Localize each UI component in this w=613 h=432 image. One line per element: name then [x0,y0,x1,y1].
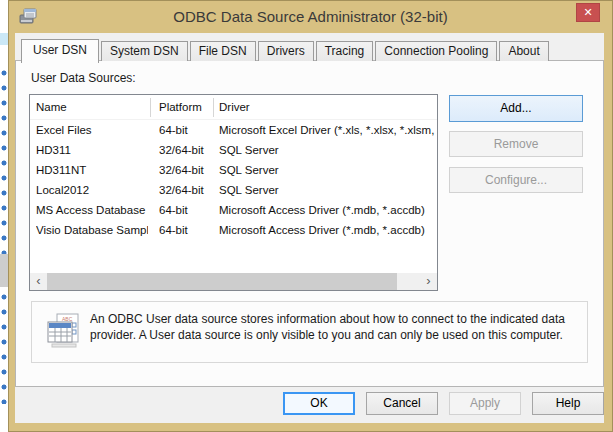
column-header-driver[interactable]: Driver [219,95,435,120]
table-row[interactable]: Visio Database Samples 64-bit Microsoft … [30,220,437,240]
window-title: ODBC Data Source Administrator (32-bit) [49,1,572,33]
cell-platform: 32/64-bit [159,180,215,200]
data-source-icon: ABC [46,313,82,351]
cell-driver: SQL Server [219,180,435,200]
tab-drivers[interactable]: Drivers [258,41,314,61]
cell-platform: 32/64-bit [159,160,215,180]
close-icon: ✕ [583,6,592,18]
apply-button[interactable]: Apply [449,392,521,415]
table-row[interactable]: Excel Files 64-bit Microsoft Excel Drive… [30,120,437,140]
cell-driver: Microsoft Access Driver (*.mdb, *.accdb) [219,200,435,220]
table-row[interactable]: Local2012 32/64-bit SQL Server [30,180,437,200]
tab-system-dsn[interactable]: System DSN [101,41,188,61]
odbc-app-icon [19,8,37,24]
tab-file-dsn[interactable]: File DSN [190,41,256,61]
cell-platform: 64-bit [159,200,215,220]
info-text: An ODBC User data source stores informat… [90,311,582,343]
scroll-left-icon[interactable]: ‹ [30,273,47,290]
cell-name: Local2012 [36,180,148,200]
table-row[interactable]: HD311 32/64-bit SQL Server [30,140,437,160]
help-button[interactable]: Help [532,392,604,415]
cell-platform: 64-bit [159,120,215,140]
table-row[interactable]: MS Access Database 64-bit Microsoft Acce… [30,200,437,220]
cell-driver: Microsoft Excel Driver (*.xls, *.xlsx, *… [219,120,435,140]
cell-driver: SQL Server [219,140,435,160]
info-groupbox: ABC An ODBC User data source stores info… [31,301,588,363]
svg-text:ABC: ABC [62,316,73,322]
tab-about[interactable]: About [499,41,548,61]
tab-strip: User DSN System DSN File DSN Drivers Tra… [21,39,551,63]
cell-platform: 32/64-bit [159,140,215,160]
cell-driver: Microsoft Access Driver (*.mdb, *.accdb) [219,220,435,240]
cell-platform: 64-bit [159,220,215,240]
column-divider[interactable] [150,98,151,117]
cell-name: MS Access Database [36,200,148,220]
scroll-right-icon[interactable]: › [420,273,437,290]
remove-button[interactable]: Remove [449,131,583,157]
table-row[interactable]: HD311NT 32/64-bit SQL Server [30,160,437,180]
cell-driver: SQL Server [219,160,435,180]
cell-name: HD311NT [36,160,148,180]
cell-name: Visio Database Samples [36,220,148,240]
tab-connection-pooling[interactable]: Connection Pooling [375,41,497,61]
close-button[interactable]: ✕ [576,3,600,22]
titlebar[interactable]: ODBC Data Source Administrator (32-bit) … [9,1,612,33]
column-header-name[interactable]: Name [36,95,148,120]
cell-name: Excel Files [36,120,148,140]
screen: ODBC Data Source Administrator (32-bit) … [0,0,613,432]
list-header: Name Platform Driver [30,95,437,120]
cancel-button[interactable]: Cancel [366,392,438,415]
dsn-list: Name Platform Driver Excel Files 64-bit … [29,94,438,291]
column-header-platform[interactable]: Platform [159,95,215,120]
column-divider[interactable] [213,98,214,117]
ok-button[interactable]: OK [283,392,355,415]
tab-tracing[interactable]: Tracing [316,41,374,61]
cell-name: HD311 [36,140,148,160]
add-button[interactable]: Add... [449,95,583,122]
scrollbar-thumb[interactable] [47,273,397,290]
configure-button[interactable]: Configure... [449,167,583,193]
horizontal-scrollbar[interactable]: ‹ › [30,273,437,290]
user-data-sources-label: User Data Sources: [31,71,136,85]
tab-user-dsn[interactable]: User DSN [21,39,99,63]
odbc-administrator-window: ODBC Data Source Administrator (32-bit) … [8,0,613,432]
